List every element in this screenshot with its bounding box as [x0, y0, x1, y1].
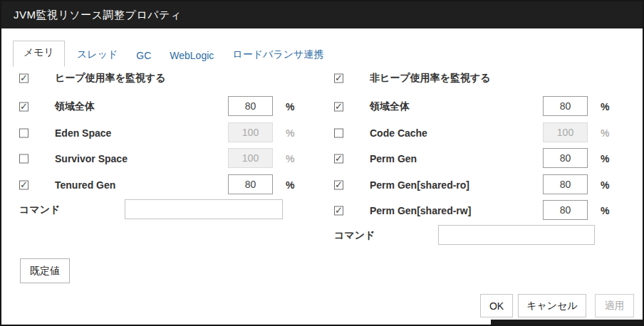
background-window-edge — [491, 320, 643, 325]
perm-gen-shared-rw-row: Perm Gen[shared-rw] % — [334, 200, 637, 221]
heap-total-input[interactable] — [228, 96, 273, 116]
survivor-space-input[interactable] — [228, 148, 273, 168]
perm-gen-shared-ro-row: Perm Gen[shared-ro] % — [334, 174, 637, 196]
heap-monitor-row: ヒープ使用率を監視する — [19, 68, 322, 89]
nonheap-settings-column: 非ヒープ使用率を監視する 領域全体 % Code Cache % Perm Ge… — [334, 68, 637, 260]
percent-label: % — [286, 127, 294, 139]
percent-label: % — [601, 205, 609, 216]
perm-gen-shared-ro-label: Perm Gen[shared-ro] — [370, 179, 469, 191]
tenured-gen-input[interactable] — [228, 174, 273, 194]
nonheap-total-row: 領域全体 % — [334, 96, 637, 117]
heap-command-label: コマンド — [19, 204, 60, 216]
jvm-monitor-adjust-dialog: JVM監視リソース調整プロパティ メモリ スレッド GC WebLogic ロー… — [0, 0, 644, 326]
heap-command-row: コマンド — [19, 199, 322, 221]
apply-button[interactable]: 適用 — [595, 294, 634, 317]
perm-gen-shared-rw-label: Perm Gen[shared-rw] — [370, 205, 471, 216]
percent-label: % — [286, 153, 294, 164]
tab-thread[interactable]: スレッド — [68, 43, 127, 67]
cancel-button[interactable]: キャンセル — [518, 294, 586, 317]
nonheap-command-label: コマンド — [334, 229, 375, 242]
perm-gen-shared-ro-input[interactable] — [543, 174, 588, 194]
nonheap-monitor-label: 非ヒープ使用率を監視する — [370, 72, 491, 85]
perm-gen-label: Perm Gen — [370, 153, 417, 164]
tenured-gen-checkbox[interactable] — [19, 181, 28, 190]
nonheap-monitor-checkbox[interactable] — [334, 74, 343, 83]
nonheap-total-input[interactable] — [543, 96, 588, 116]
survivor-space-label: Survivor Space — [55, 153, 128, 164]
tab-weblogic[interactable]: WebLogic — [160, 45, 223, 67]
heap-settings-column: ヒープ使用率を監視する 領域全体 % Eden Space % Survivor… — [19, 68, 322, 260]
nonheap-command-input[interactable] — [438, 225, 595, 245]
heap-total-row: 領域全体 % — [19, 96, 322, 117]
tenured-gen-label: Tenured Gen — [55, 179, 115, 191]
nonheap-total-label: 領域全体 — [370, 100, 410, 113]
tab-bar: メモリ スレッド GC WebLogic ロードバランサ連携 — [13, 41, 333, 67]
eden-space-label: Eden Space — [55, 127, 111, 139]
tab-memory[interactable]: メモリ — [13, 41, 65, 67]
tab-load-balancer[interactable]: ロードバランサ連携 — [223, 43, 333, 67]
eden-space-input[interactable] — [228, 122, 273, 142]
eden-space-checkbox[interactable] — [19, 129, 28, 138]
perm-gen-checkbox[interactable] — [334, 154, 343, 164]
heap-total-label: 領域全体 — [55, 100, 95, 113]
percent-label: % — [601, 101, 609, 112]
nonheap-total-checkbox[interactable] — [334, 102, 343, 112]
dialog-title: JVM監視リソース調整プロパティ — [14, 9, 182, 22]
heap-monitor-checkbox[interactable] — [19, 74, 28, 83]
nonheap-monitor-row: 非ヒープ使用率を監視する — [334, 68, 637, 89]
ok-button[interactable]: OK — [480, 294, 513, 317]
eden-space-row: Eden Space % — [19, 122, 322, 144]
percent-label: % — [286, 179, 294, 191]
heap-total-checkbox[interactable] — [19, 102, 28, 112]
perm-gen-shared-rw-input[interactable] — [543, 200, 588, 220]
tab-gc[interactable]: GC — [127, 45, 160, 67]
dialog-titlebar: JVM監視リソース調整プロパティ — [1, 1, 643, 28]
tenured-gen-row: Tenured Gen % — [19, 174, 322, 196]
heap-command-input[interactable] — [125, 199, 283, 219]
percent-label: % — [601, 127, 609, 139]
code-cache-checkbox[interactable] — [334, 129, 343, 138]
code-cache-row: Code Cache % — [334, 122, 637, 144]
code-cache-input[interactable] — [543, 122, 588, 142]
default-values-button[interactable]: 既定値 — [20, 258, 70, 283]
perm-gen-input[interactable] — [543, 148, 588, 168]
heap-monitor-label: ヒープ使用率を監視する — [55, 72, 166, 85]
code-cache-label: Code Cache — [370, 127, 427, 139]
perm-gen-shared-ro-checkbox[interactable] — [334, 181, 343, 190]
perm-gen-row: Perm Gen % — [334, 148, 637, 169]
percent-label: % — [601, 153, 609, 164]
percent-label: % — [286, 101, 294, 112]
perm-gen-shared-rw-checkbox[interactable] — [334, 206, 343, 216]
survivor-space-row: Survivor Space % — [19, 148, 322, 169]
nonheap-command-row: コマンド — [334, 225, 637, 246]
survivor-space-checkbox[interactable] — [19, 154, 28, 164]
percent-label: % — [601, 179, 609, 191]
